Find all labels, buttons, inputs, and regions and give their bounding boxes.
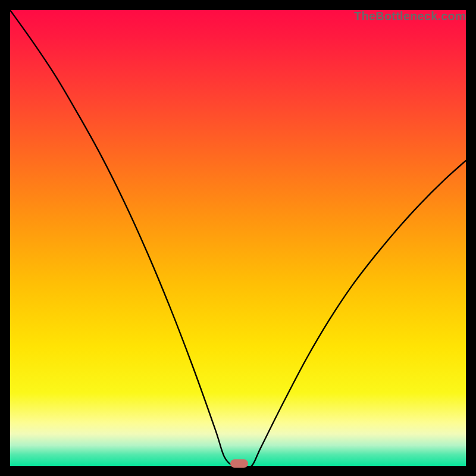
plot-area: TheBottleneck.com (10, 10, 466, 466)
curve-path (10, 10, 466, 467)
bottleneck-curve (10, 10, 466, 466)
chart-frame: TheBottleneck.com (0, 0, 476, 476)
optimum-marker (230, 459, 248, 468)
